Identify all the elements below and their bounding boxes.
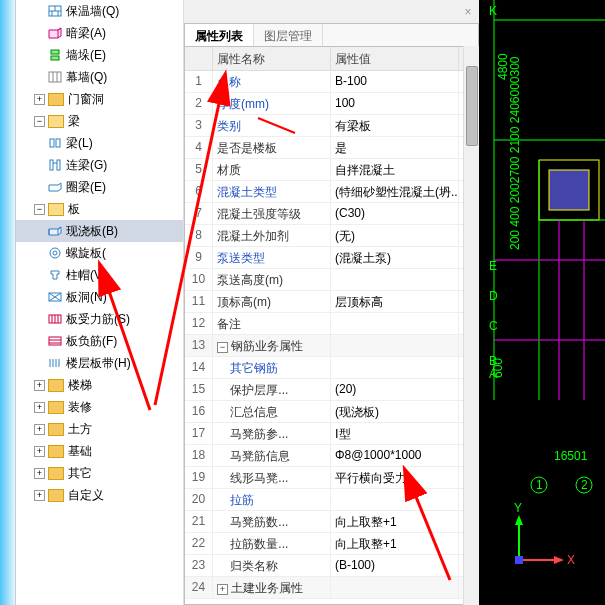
expand-icon[interactable]: + (34, 94, 45, 105)
property-grid: 属性名称 属性值 附 1名称B-100☐2厚度(mm)100☐3类别有梁板☐4是… (184, 46, 479, 605)
tree-folder[interactable]: +其它 (16, 462, 183, 484)
tree-folder[interactable]: +门窗洞 (16, 88, 183, 110)
ring-beam-icon (48, 181, 62, 193)
col-name[interactable]: 属性名称 (213, 47, 331, 70)
svg-rect-12 (50, 160, 53, 170)
tree-folder[interactable]: −板 (16, 198, 183, 220)
property-row[interactable]: 19 线形马凳...平行横向受力...☐ (185, 467, 478, 489)
svg-text:2: 2 (581, 478, 588, 492)
property-row[interactable]: 9泵送类型(混凝土泵)☐ (185, 247, 478, 269)
strip-icon (48, 357, 62, 369)
property-row[interactable]: 12备注☐ (185, 313, 478, 335)
svg-rect-13 (57, 160, 60, 170)
property-row[interactable]: 23 归类名称(B-100)☐ (185, 555, 478, 577)
svg-text:600: 600 (491, 358, 505, 378)
tree-item[interactable]: 梁(L) (16, 132, 183, 154)
neg-rebar-icon (48, 335, 62, 347)
expand-icon[interactable]: + (34, 380, 45, 391)
tree-item[interactable]: 墙垛(E) (16, 44, 183, 66)
expand-icon[interactable]: + (34, 402, 45, 413)
expand-icon[interactable]: + (34, 446, 45, 457)
tree-item-selected[interactable]: 现浇板(B) (16, 220, 183, 242)
svg-point-16 (53, 251, 57, 255)
tree-folder[interactable]: −梁 (16, 110, 183, 132)
folder-icon (48, 445, 64, 458)
beam-g-icon (48, 159, 62, 171)
scroll-thumb[interactable] (466, 66, 478, 146)
property-row[interactable]: 18 马凳筋信息Φ8@1000*1000☐ (185, 445, 478, 467)
svg-text:C: C (489, 319, 498, 333)
tree-item[interactable]: 楼层板带(H) (16, 352, 183, 374)
tree-item[interactable]: 板受力筋(S) (16, 308, 183, 330)
collapse-icon[interactable]: − (34, 116, 45, 127)
property-row[interactable]: 13−钢筋业务属性 (185, 335, 478, 357)
col-value[interactable]: 属性值 (331, 47, 459, 70)
tree-item[interactable]: 圈梁(E) (16, 176, 183, 198)
property-row[interactable]: 3类别有梁板☐ (185, 115, 478, 137)
svg-text:D: D (489, 289, 498, 303)
folder-icon (48, 489, 64, 502)
tab-properties[interactable]: 属性列表 (185, 24, 254, 47)
svg-text:X: X (567, 553, 575, 567)
tree-item[interactable]: 保温墙(Q) (16, 0, 183, 22)
tree-item[interactable]: 螺旋板( (16, 242, 183, 264)
property-row[interactable]: 16 汇总信息(现浇板)☐ (185, 401, 478, 423)
property-row[interactable]: 15 保护层厚...(20)☐ (185, 379, 478, 401)
svg-text:1: 1 (536, 478, 543, 492)
property-row[interactable]: 20 拉筋☐ (185, 489, 478, 511)
collapse-icon[interactable]: − (34, 204, 45, 215)
tree-item[interactable]: 幕墙(Q) (16, 66, 183, 88)
property-row[interactable]: 10泵送高度(m) (185, 269, 478, 291)
cap-icon (48, 269, 62, 281)
tree-folder[interactable]: +基础 (16, 440, 183, 462)
tree-folder[interactable]: +装修 (16, 396, 183, 418)
property-row[interactable]: 5材质自拌混凝土☐ (185, 159, 478, 181)
slab-icon (48, 225, 62, 237)
property-row[interactable]: 24+土建业务属性 (185, 577, 478, 599)
property-row[interactable]: 17 马凳筋参...Ⅰ型☐ (185, 423, 478, 445)
expand-icon[interactable]: + (34, 424, 45, 435)
folder-icon (48, 423, 64, 436)
expand-icon[interactable]: + (34, 468, 45, 479)
property-row[interactable]: 4是否是楼板是☐ (185, 137, 478, 159)
property-row[interactable]: 14 其它钢筋 (185, 357, 478, 379)
component-tree[interactable]: 保温墙(Q) 暗梁(A) 墙垛(E) 幕墙(Q) +门窗洞 −梁 梁(L) 连梁… (16, 0, 184, 605)
tree-folder[interactable]: +自定义 (16, 484, 183, 506)
svg-rect-31 (479, 0, 605, 605)
tree-folder[interactable]: +土方 (16, 418, 183, 440)
folder-icon (48, 467, 64, 480)
property-row[interactable]: 11顶标高(m)层顶标高☐ (185, 291, 478, 313)
svg-rect-5 (51, 50, 59, 54)
cad-drawing: K 4800 200 400 2002700 2100 2406000300 E… (479, 0, 605, 605)
svg-rect-61 (515, 556, 523, 564)
tree-item[interactable]: 板洞(N) (16, 286, 183, 308)
property-row[interactable]: 6混凝土类型(特细砂塑性混凝土(坍...☐ (185, 181, 478, 203)
close-icon[interactable]: × (459, 3, 477, 21)
property-row[interactable]: 7混凝土强度等级(C30)☐ (185, 203, 478, 225)
pier-icon (48, 49, 62, 61)
curtain-icon (48, 71, 62, 83)
folder-icon (48, 93, 64, 106)
tree-item[interactable]: 板负筋(F) (16, 330, 183, 352)
property-row[interactable]: 1名称B-100☐ (185, 71, 478, 93)
tree-item[interactable]: 柱帽(V) (16, 264, 183, 286)
svg-rect-10 (50, 139, 54, 147)
cad-viewport[interactable]: K 4800 200 400 2002700 2100 2406000300 E… (479, 0, 605, 605)
svg-rect-6 (51, 56, 59, 60)
property-row[interactable]: 8混凝土外加剂(无)☐ (185, 225, 478, 247)
tree-item[interactable]: 暗梁(A) (16, 22, 183, 44)
svg-rect-24 (49, 337, 61, 345)
rebar-icon (48, 313, 62, 325)
svg-rect-38 (549, 170, 589, 210)
svg-point-15 (50, 248, 60, 258)
scrollbar[interactable] (463, 46, 479, 605)
tab-layers[interactable]: 图层管理 (254, 24, 323, 47)
property-row[interactable]: 2厚度(mm)100☐ (185, 93, 478, 115)
folder-open-icon (48, 203, 64, 216)
expand-icon[interactable]: + (34, 490, 45, 501)
tree-folder[interactable]: +楼梯 (16, 374, 183, 396)
tree-item[interactable]: 连梁(G) (16, 154, 183, 176)
svg-text:K: K (489, 4, 497, 18)
property-row[interactable]: 22 拉筋数量...向上取整+1☐ (185, 533, 478, 555)
property-row[interactable]: 21 马凳筋数...向上取整+1☐ (185, 511, 478, 533)
